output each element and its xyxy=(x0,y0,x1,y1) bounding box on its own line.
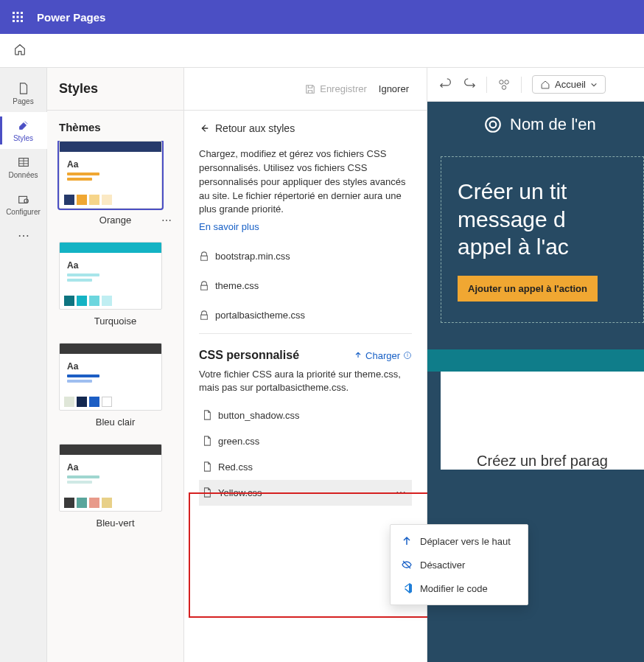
back-label: Retour aux styles xyxy=(215,122,295,134)
svg-rect-6 xyxy=(13,20,15,22)
file-context-menu: Déplacer vers le haut Désactiver Modifie… xyxy=(390,524,528,605)
menu-disable[interactable]: Désactiver xyxy=(391,553,528,576)
custom-css-description: Votre fichier CSS aura la priorité sur t… xyxy=(199,368,412,394)
theme-card-turquoise[interactable]: Aa Turquoise xyxy=(59,242,172,327)
themes-heading: Thèmes xyxy=(47,111,183,141)
toolbar-separator xyxy=(521,77,522,93)
svg-point-20 xyxy=(486,117,500,132)
custom-css-title: CSS personnalisé xyxy=(199,349,299,362)
custom-css-file[interactable]: green.css xyxy=(199,428,412,454)
base-css-files: bootstrap.min.css theme.css portalbasict… xyxy=(199,242,412,334)
section-divider xyxy=(427,349,644,372)
upload-icon xyxy=(354,351,363,360)
file-name: Red.css xyxy=(218,461,253,473)
rail-styles[interactable]: Styles xyxy=(0,112,47,149)
custom-css-file[interactable]: Red.css xyxy=(199,454,412,480)
ignore-button[interactable]: Ignorer xyxy=(373,80,415,97)
workspace: Pages Styles Données Configurer ⋯ Styles… xyxy=(0,68,644,662)
svg-rect-7 xyxy=(17,20,19,22)
menu-label: Déplacer vers le haut xyxy=(420,536,511,547)
file-more-icon[interactable]: ⋯ xyxy=(396,487,406,498)
theme-card-bleu-clair[interactable]: Aa Bleu clair xyxy=(59,343,172,428)
rail-label: Données xyxy=(8,171,38,179)
lock-icon xyxy=(199,281,209,291)
redo-icon[interactable] xyxy=(463,78,476,91)
styles-header: Styles xyxy=(47,68,183,111)
menu-label: Désactiver xyxy=(420,560,465,571)
theme-name: Orange xyxy=(99,215,131,226)
theme-card-orange[interactable]: Aa Orange⋯ xyxy=(59,141,172,226)
menu-edit-code[interactable]: Modifier le code xyxy=(391,576,528,600)
file-icon xyxy=(202,461,212,472)
detail-header: Enregistrer Ignorer xyxy=(184,68,427,111)
app-launcher-icon[interactable] xyxy=(7,7,28,27)
accueil-dropdown[interactable]: Accueil xyxy=(532,75,606,94)
bottom-paragraph: Créez un bref parag xyxy=(441,453,644,470)
base-css-file: theme.css xyxy=(199,271,412,301)
styles-title: Styles xyxy=(59,81,98,97)
home-bar xyxy=(0,34,644,68)
chevron-down-icon xyxy=(590,81,598,88)
svg-text:i: i xyxy=(407,352,408,358)
upload-css-link[interactable]: Charger i xyxy=(354,350,412,361)
eye-off-icon xyxy=(401,559,413,571)
save-label: Enregistrer xyxy=(320,83,367,94)
css-description: Chargez, modifiez et gérez vos fichiers … xyxy=(199,147,412,217)
back-to-styles-link[interactable]: Retour aux styles xyxy=(199,122,412,134)
lock-icon xyxy=(199,251,209,262)
rail-label: Styles xyxy=(13,134,33,142)
theme-name: Bleu-vert xyxy=(96,518,134,529)
info-icon: i xyxy=(403,351,412,360)
preview-toolbar: Accueil xyxy=(427,68,644,102)
theme-card-bleu-vert[interactable]: Aa Bleu-vert xyxy=(59,444,172,529)
file-name: button_shadow.css xyxy=(218,410,300,421)
custom-css-file-selected[interactable]: Yellow.css ⋯ xyxy=(199,480,412,506)
rail-pages[interactable]: Pages xyxy=(0,75,47,112)
rail-label: Pages xyxy=(13,97,33,105)
rail-configure[interactable]: Configurer xyxy=(0,186,47,223)
ignore-label: Ignorer xyxy=(379,83,409,94)
svg-point-21 xyxy=(490,122,497,128)
vscode-icon xyxy=(401,582,413,594)
file-icon xyxy=(202,487,212,498)
svg-point-17 xyxy=(500,80,503,83)
hero-title: Créer un tit message d appel à l'ac xyxy=(458,178,643,261)
file-name: portalbasictheme.css xyxy=(215,310,305,321)
theme-name: Bleu clair xyxy=(96,417,135,428)
base-css-file: bootstrap.min.css xyxy=(199,242,412,271)
hero-section[interactable]: Créer un tit message d appel à l'ac Ajou… xyxy=(441,156,644,323)
site-logo-icon xyxy=(483,115,503,134)
undo-icon[interactable] xyxy=(439,78,452,91)
lock-icon xyxy=(199,310,209,321)
home-icon[interactable] xyxy=(13,43,27,59)
components-icon[interactable] xyxy=(497,78,511,91)
svg-point-14 xyxy=(24,199,27,203)
file-name: bootstrap.min.css xyxy=(215,251,290,262)
rail-data[interactable]: Données xyxy=(0,149,47,186)
svg-rect-3 xyxy=(13,16,15,18)
file-icon xyxy=(202,436,212,446)
svg-point-18 xyxy=(505,80,508,83)
learn-more-link[interactable]: En savoir plus xyxy=(199,221,259,232)
svg-rect-1 xyxy=(17,12,19,14)
file-name: theme.css xyxy=(215,280,259,291)
rail-label: Configurer xyxy=(6,208,41,216)
svg-point-19 xyxy=(502,85,505,88)
svg-rect-0 xyxy=(13,12,15,14)
cta-button[interactable]: Ajouter un appel à l'action xyxy=(458,276,598,302)
left-rail: Pages Styles Données Configurer ⋯ xyxy=(0,68,47,662)
home-icon xyxy=(540,80,550,90)
accueil-label: Accueil xyxy=(555,79,586,90)
custom-css-file[interactable]: button_shadow.css xyxy=(199,403,412,428)
base-css-file: portalbasictheme.css xyxy=(199,301,412,330)
product-name: Power Pages xyxy=(37,11,105,24)
rail-more-icon[interactable]: ⋯ xyxy=(0,229,47,243)
themes-list: Aa Orange⋯ Aa xyxy=(47,141,183,557)
theme-more-icon[interactable]: ⋯ xyxy=(161,215,172,226)
file-name: Yellow.css xyxy=(218,487,262,498)
menu-move-up[interactable]: Déplacer vers le haut xyxy=(391,529,528,553)
arrow-left-icon xyxy=(199,123,209,133)
styles-panel: Styles Thèmes Aa Orange⋯ xyxy=(47,68,184,662)
file-name: green.css xyxy=(218,436,259,447)
svg-rect-8 xyxy=(21,20,23,22)
